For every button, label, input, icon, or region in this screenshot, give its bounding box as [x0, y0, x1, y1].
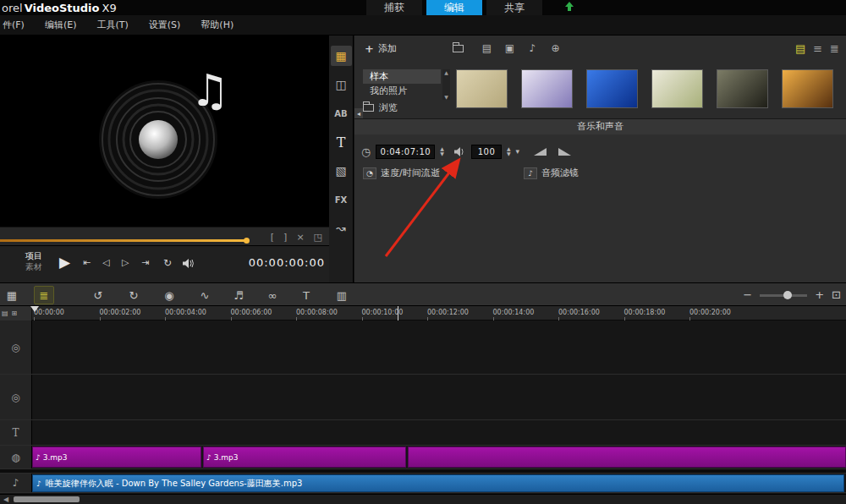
auto-music-button[interactable]: ♬ — [228, 286, 249, 304]
library-category-samples[interactable]: 样本 — [363, 69, 441, 84]
tool-title-button[interactable]: T — [331, 132, 352, 152]
timeline-view-button[interactable]: ≣ — [34, 286, 54, 304]
overlay-track-lane[interactable] — [32, 375, 846, 419]
cloud-media-icon[interactable]: ⊕ — [544, 42, 567, 54]
preview-timecode[interactable]: 00:00:00:00 — [249, 256, 325, 269]
browse-button[interactable]: 浏览 — [363, 101, 398, 114]
record-capture-button[interactable]: ◉ — [159, 286, 179, 304]
playhead-handle[interactable] — [30, 306, 39, 312]
mark-in-button[interactable]: [ — [271, 232, 274, 243]
scroll-left-icon[interactable]: ◀ — [0, 495, 12, 504]
sound-mixer-button[interactable]: ∿ — [195, 286, 215, 304]
speed-timelapse-button[interactable]: ◔ 速度/时间流逝 — [363, 167, 440, 179]
tool-media-library-button[interactable]: ▦ — [331, 46, 352, 66]
grid-icon[interactable]: ⊞ — [12, 310, 18, 317]
menu-file[interactable]: 件(F) — [3, 19, 25, 31]
overlay-track-header[interactable]: ◎ — [0, 375, 32, 419]
library-menu-icon[interactable]: ≣ — [830, 42, 839, 55]
zoom-out-button[interactable]: − — [743, 290, 752, 300]
project-mode-button[interactable]: 项目 — [25, 250, 42, 261]
title-track-lane[interactable] — [32, 420, 846, 445]
track-manager-button[interactable]: ▥ — [332, 286, 352, 304]
music-track-header[interactable]: ◍ — [0, 446, 32, 468]
media-thumbnail-beige-texture[interactable] — [456, 69, 508, 108]
timeline-hscrollbar[interactable]: ◀ — [0, 494, 846, 504]
scroll-up-icon[interactable]: ▲ — [444, 69, 448, 75]
menu-edit[interactable]: 编辑(E) — [45, 19, 77, 31]
media-thumbnail-dandelion[interactable] — [651, 69, 703, 108]
add-media-button[interactable]: + 添加 — [365, 42, 397, 55]
audio-track-header[interactable]: ♪ — [0, 474, 32, 492]
zoom-in-button[interactable]: + — [815, 290, 824, 300]
browse-label: 浏览 — [379, 101, 398, 114]
seek-bar[interactable] — [0, 239, 245, 242]
tab-edit[interactable]: 编辑 — [426, 0, 482, 15]
repeat-button[interactable]: ↻ — [163, 257, 172, 269]
audio-filter-button[interactable]: ♪ 音频滤镜 — [524, 167, 579, 179]
thumbnail-view-icon[interactable]: ▤ — [795, 42, 805, 55]
audition-dropdown-icon[interactable]: ▾ — [516, 147, 520, 156]
upload-arrow-icon[interactable] — [563, 2, 575, 14]
scroll-down-icon[interactable]: ▼ — [444, 94, 448, 100]
video-track-lane[interactable] — [32, 320, 846, 374]
mark-out-button[interactable]: ] — [283, 232, 287, 243]
tool-graphic-button[interactable]: ▧ — [331, 161, 352, 181]
undo-button[interactable]: ↺ — [88, 286, 108, 304]
tool-instant-project-button[interactable]: ◫ — [331, 74, 352, 95]
tab-share[interactable]: 共享 — [486, 0, 542, 15]
home-button[interactable]: ⇤ — [83, 257, 91, 268]
filter-audio-icon[interactable]: ♪ — [521, 42, 544, 54]
seek-handle[interactable] — [244, 238, 250, 244]
import-folder-icon[interactable] — [453, 45, 464, 52]
tool-transition-button[interactable]: AB — [331, 103, 352, 123]
music-clip[interactable]: ♪3.mp3 — [203, 446, 406, 468]
zoom-slider-handle[interactable] — [783, 291, 792, 299]
media-thumbnail-sunset[interactable] — [782, 69, 833, 108]
duration-field[interactable]: 0:04:07:10 — [376, 145, 435, 159]
zoom-slider[interactable] — [760, 294, 807, 297]
title-track-header[interactable]: T — [0, 420, 32, 445]
end-button[interactable]: ⇥ — [141, 257, 149, 268]
split-clip-button[interactable]: × — [296, 232, 304, 243]
volume-spinner[interactable]: ▲▼ — [507, 146, 511, 156]
media-thumbnail-blue-abstract[interactable] — [586, 69, 638, 108]
media-thumbnail-dark-landscape[interactable] — [717, 69, 768, 108]
menu-tools[interactable]: 工具(T) — [96, 19, 128, 31]
audio-track-lane[interactable]: ♪ 唯美旋律伴你入眠 - Down By The Salley Gardens-… — [32, 474, 846, 492]
media-thumbnail-purple-flowers[interactable] — [521, 69, 573, 108]
library-category-my-photos[interactable]: 我的照片 — [363, 84, 441, 98]
next-frame-button[interactable]: ▷ — [122, 257, 129, 268]
fade-out-button[interactable] — [558, 147, 572, 156]
volume-field[interactable]: 100 — [471, 145, 502, 159]
motion-tracking-button[interactable]: ∞ — [262, 286, 283, 304]
menu-settings[interactable]: 设置(S) — [149, 19, 181, 31]
list-view-icon[interactable]: ≡ — [813, 42, 822, 55]
music-clip[interactable] — [408, 446, 846, 468]
menu-help[interactable]: 帮助(H) — [201, 19, 233, 31]
hscrollbar-thumb[interactable] — [14, 496, 80, 502]
fit-project-button[interactable]: ⊡ — [832, 290, 841, 300]
redo-button[interactable]: ↻ — [124, 286, 144, 304]
previous-frame-button[interactable]: ◁ — [102, 257, 109, 268]
video-track-header[interactable]: ◎ — [0, 320, 32, 374]
preview-viewport[interactable]: ♫ — [0, 36, 329, 227]
subtitle-editor-button[interactable]: T — [296, 286, 316, 304]
system-volume-icon[interactable] — [183, 259, 195, 268]
music-clip[interactable]: ♪3.mp3 — [32, 446, 201, 468]
tool-filter-button[interactable]: FX — [331, 189, 352, 210]
audio-clip[interactable]: ♪ 唯美旋律伴你入眠 - Down By The Salley Gardens-… — [32, 474, 844, 492]
fade-in-button[interactable] — [533, 147, 547, 156]
timeline-ruler[interactable]: ▤ ⊞ 00:00:0000:00:02:0000:00:04:0000:00:… — [0, 306, 846, 320]
tool-motion-path-button[interactable]: ↝ — [331, 218, 352, 238]
film-icon[interactable]: ▤ — [2, 310, 8, 317]
storyboard-view-button[interactable]: ▦ — [2, 286, 22, 304]
music-track-lane[interactable]: ♪3.mp3♪3.mp3 — [32, 446, 846, 468]
tab-capture[interactable]: 捕获 — [366, 0, 422, 15]
duration-spinner[interactable]: ▲▼ — [440, 146, 444, 156]
filter-video-icon[interactable]: ▤ — [475, 42, 498, 54]
clip-mode-button[interactable]: 素材 — [25, 261, 42, 272]
library-list-scrollbar[interactable]: ▲ ▼ — [442, 69, 450, 100]
enlarge-preview-button[interactable]: ◳ — [314, 232, 322, 243]
play-button[interactable]: ▶ — [59, 254, 70, 271]
filter-photo-icon[interactable]: ▣ — [498, 42, 521, 54]
